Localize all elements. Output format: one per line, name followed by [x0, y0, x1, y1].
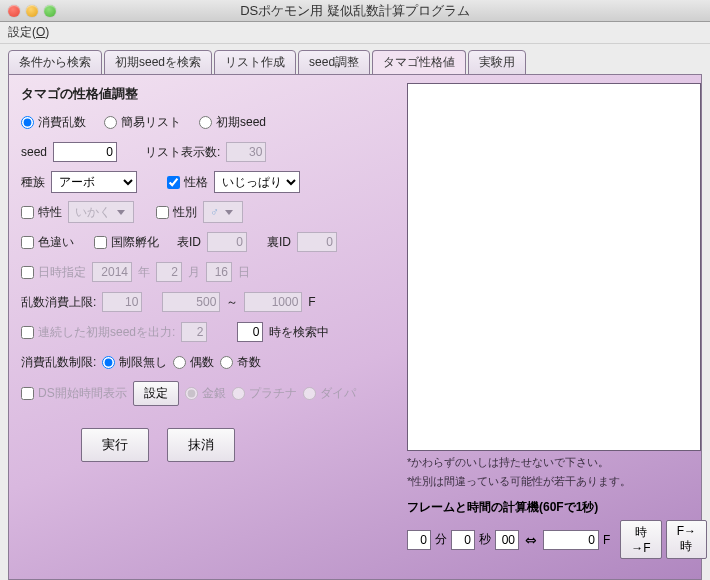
set-button[interactable]: 設定 [133, 381, 179, 406]
calc-f-suffix: F [603, 533, 610, 547]
list-count-input [226, 142, 266, 162]
shiny-checkbox[interactable]: 色違い [21, 234, 74, 251]
tab-4[interactable]: タマゴ性格値 [372, 50, 466, 75]
radio-simple-list[interactable]: 簡易リスト [104, 114, 181, 131]
consume-restrict-label: 消費乱数制限: [21, 354, 96, 371]
year-suffix: 年 [138, 264, 150, 281]
species-select[interactable]: アーボ [51, 171, 137, 193]
note-2: *性別は間違っている可能性が若干あります。 [407, 474, 701, 489]
radio-ver-gs: 金銀 [185, 385, 226, 402]
month-suffix: 月 [188, 264, 200, 281]
chevron-down-icon [117, 210, 125, 215]
output-area[interactable] [407, 83, 701, 451]
year-input [92, 262, 132, 282]
consume-limit-label: 乱数消費上限: [21, 294, 96, 311]
tab-0[interactable]: 条件から検索 [8, 50, 102, 75]
menu-settings[interactable]: 設定(O) [8, 24, 49, 41]
month-input [156, 262, 182, 282]
seed-label: seed [21, 145, 47, 159]
day-suffix: 日 [238, 264, 250, 281]
time-to-frame-button[interactable]: 時→F [620, 520, 661, 559]
nature-select[interactable]: いじっぱり [214, 171, 300, 193]
consume-limit-c [244, 292, 302, 312]
gender-select: ♂ [203, 201, 243, 223]
tilde: ～ [226, 294, 238, 311]
calc-heading: フレームと時間の計算機(60Fで1秒) [407, 499, 701, 516]
consume-limit-b [162, 292, 220, 312]
ds-start-checkbox[interactable]: DS開始時間表示 [21, 385, 127, 402]
gender-checkbox[interactable]: 性別 [156, 204, 197, 221]
calc-csec[interactable] [495, 530, 519, 550]
radio-consume[interactable]: 消費乱数 [21, 114, 86, 131]
radio-ver-pt: プラチナ [232, 385, 297, 402]
run-button[interactable]: 実行 [81, 428, 149, 462]
tab-2[interactable]: リスト作成 [214, 50, 296, 75]
menubar: 設定(O) [0, 22, 710, 44]
note-1: *かわらずのいしは持たせないで下さい。 [407, 455, 701, 470]
calc-min[interactable] [407, 530, 431, 550]
nature-checkbox[interactable]: 性格 [167, 174, 208, 191]
back-id-input [297, 232, 337, 252]
tab-5[interactable]: 実験用 [468, 50, 526, 75]
calc-frame[interactable] [543, 530, 599, 550]
f-suffix: F [308, 295, 315, 309]
back-id-label: 裏ID [267, 234, 291, 251]
titlebar: DSポケモン用 疑似乱数計算プログラム [0, 0, 710, 22]
tab-3[interactable]: seed調整 [298, 50, 370, 75]
window-title: DSポケモン用 疑似乱数計算プログラム [0, 2, 710, 20]
seed-input[interactable] [53, 142, 117, 162]
calc-sec-suffix: 秒 [479, 531, 491, 548]
chevron-down-icon [225, 210, 233, 215]
radio-restrict-odd[interactable]: 奇数 [220, 354, 261, 371]
surface-id-label: 表ID [177, 234, 201, 251]
cont-seed-checkbox[interactable]: 連続した初期seedを出力: [21, 324, 175, 341]
ability-select: いかく [68, 201, 134, 223]
clear-button[interactable]: 抹消 [167, 428, 235, 462]
day-input [206, 262, 232, 282]
species-label: 種族 [21, 174, 45, 191]
date-checkbox[interactable]: 日時指定 [21, 264, 86, 281]
radio-restrict-even[interactable]: 偶数 [173, 354, 214, 371]
radio-init-seed[interactable]: 初期seed [199, 114, 266, 131]
calc-sec[interactable] [451, 530, 475, 550]
bidir-arrow-icon: ⇔ [523, 532, 539, 548]
frame-to-time-button[interactable]: F→時 [666, 520, 707, 559]
consume-limit-a [102, 292, 142, 312]
panel-egg-pid: タマゴの性格値調整 消費乱数 簡易リスト 初期seed seed リスト表示数:… [8, 74, 702, 580]
radio-restrict-none[interactable]: 制限無し [102, 354, 167, 371]
surface-id-input [207, 232, 247, 252]
list-count-label: リスト表示数: [145, 144, 220, 161]
radio-ver-dp: ダイパ [303, 385, 356, 402]
calc-min-suffix: 分 [435, 531, 447, 548]
cont-seed-count [181, 322, 207, 342]
section-title: タマゴの性格値調整 [21, 85, 399, 103]
tab-1[interactable]: 初期seedを検索 [104, 50, 212, 75]
ability-checkbox[interactable]: 特性 [21, 204, 62, 221]
intl-checkbox[interactable]: 国際孵化 [94, 234, 159, 251]
cont-seed-hour[interactable] [237, 322, 263, 342]
cont-seed-suffix: 時を検索中 [269, 324, 329, 341]
tab-bar: 条件から検索初期seedを検索リスト作成seed調整タマゴ性格値実験用 [8, 50, 702, 75]
